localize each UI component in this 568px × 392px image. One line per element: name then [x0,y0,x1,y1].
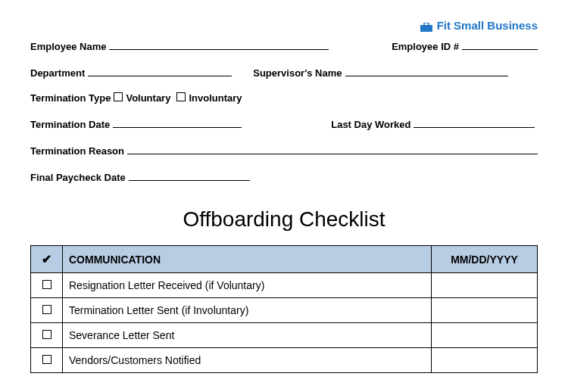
supervisor-input[interactable] [345,66,508,76]
svg-rect-1 [424,23,429,26]
brand-text: Fit Small Business [437,19,538,32]
supervisor-field[interactable]: Supervisor's Name [253,66,507,79]
termination-reason-label: Termination Reason [30,145,124,157]
page-title: Offboarding Checklist [30,207,538,232]
row-checkbox[interactable] [42,280,51,289]
table-row: Termination Letter Sent (if Involuntary) [31,298,538,323]
checklist-table: ✔ COMMUNICATION MM/DD/YYYY Resignation L… [30,245,538,373]
termination-reason-input[interactable] [127,144,538,154]
involuntary-label: Involuntary [189,92,242,104]
last-day-label: Last Day Worked [331,119,410,130]
voluntary-checkbox[interactable] [114,92,123,101]
termination-reason-field[interactable]: Termination Reason [30,144,538,157]
employee-id-field[interactable]: Employee ID # [392,39,538,52]
involuntary-checkbox[interactable] [176,92,186,101]
department-field[interactable]: Department [30,66,232,79]
final-paycheck-input[interactable] [129,170,250,181]
termination-type-label: Termination Type [30,92,111,104]
employee-id-input[interactable] [462,39,538,50]
row-date-input[interactable] [432,348,538,373]
final-paycheck-field[interactable]: Final Paycheck Date [30,170,250,183]
row-label: Vendors/Customers Notified [63,348,432,373]
termination-date-label: Termination Date [30,119,110,130]
row-date-input[interactable] [432,273,538,298]
row-date-input[interactable] [432,323,538,348]
supervisor-label: Supervisor's Name [253,67,342,79]
header-date: MM/DD/YYYY [432,246,538,273]
last-day-input[interactable] [414,117,535,128]
department-input[interactable] [88,66,232,76]
last-day-field[interactable]: Last Day Worked [331,117,535,130]
row-label: Termination Letter Sent (if Involuntary) [63,298,432,323]
voluntary-label: Voluntary [126,92,170,104]
row-label: Resignation Letter Received (if Voluntar… [63,273,432,298]
employee-name-field[interactable]: Employee Name [30,39,329,52]
row-checkbox[interactable] [42,305,51,314]
employee-id-label: Employee ID # [392,41,459,52]
table-row: Severance Letter Sent [31,323,538,348]
table-row: Resignation Letter Received (if Voluntar… [31,273,538,298]
header-check: ✔ [31,246,63,273]
table-row: Vendors/Customers Notified [31,348,538,373]
brand-header: Fit Small Business [30,19,538,32]
employee-name-label: Employee Name [30,41,106,52]
department-label: Department [30,67,85,79]
row-checkbox[interactable] [42,330,51,339]
final-paycheck-label: Final Paycheck Date [30,172,126,183]
termination-type-field: Termination Type Voluntary Involuntary [30,92,242,104]
briefcase-icon [420,21,432,30]
termination-date-input[interactable] [113,117,242,128]
row-date-input[interactable] [432,298,538,323]
row-label: Severance Letter Sent [63,323,432,348]
employee-name-input[interactable] [109,39,329,50]
row-checkbox[interactable] [42,355,51,364]
termination-date-field[interactable]: Termination Date [30,117,242,130]
header-section: COMMUNICATION [63,246,432,273]
